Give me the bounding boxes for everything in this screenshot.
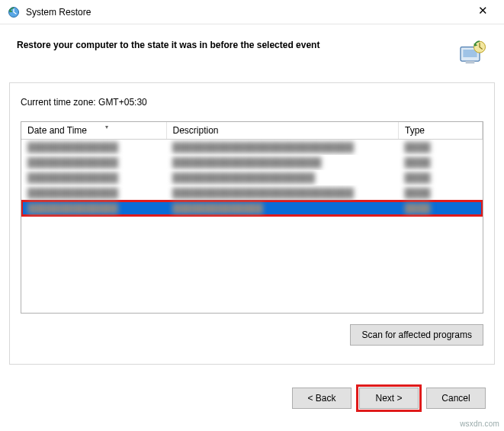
system-restore-icon <box>8 6 20 18</box>
cancel-button[interactable]: Cancel <box>426 388 486 409</box>
svg-rect-3 <box>466 61 475 63</box>
restore-points-table[interactable]: Date and Time ▾ Description Type ███████… <box>21 121 483 314</box>
wizard-footer: < Back Next > Cancel <box>0 365 504 409</box>
table-row-empty <box>21 246 483 262</box>
timezone-label: Current time zone: GMT+05:30 <box>21 97 483 108</box>
cell-datetime: ██████████████ <box>21 170 166 185</box>
cell-type: ████ <box>399 170 483 185</box>
cell-description: ███████████████████████ <box>166 155 399 170</box>
titlebar: System Restore ✕ <box>0 0 504 24</box>
restore-graphic-icon <box>457 38 487 69</box>
table-row-empty <box>21 292 483 307</box>
col-type[interactable]: Type <box>399 122 483 140</box>
back-button[interactable]: < Back <box>292 388 352 409</box>
scan-affected-button[interactable]: Scan for affected programs <box>350 324 483 346</box>
cell-type: ████ <box>399 140 483 156</box>
cell-type: ████ <box>399 185 483 201</box>
col-datetime-label: Date and Time <box>27 125 87 136</box>
cell-datetime: ██████████████ <box>21 201 166 216</box>
table-header-row: Date and Time ▾ Description Type <box>21 122 483 140</box>
cell-description: ████████████████████████████ <box>166 140 399 156</box>
content-panel: Current time zone: GMT+05:30 Date and Ti… <box>9 82 495 365</box>
cell-datetime: ██████████████ <box>21 155 166 170</box>
cell-description: ██████████████████████ <box>166 170 399 185</box>
window-title: System Restore <box>26 7 467 18</box>
table-row-empty <box>21 216 483 231</box>
table-row-empty <box>21 262 483 277</box>
table-row-empty <box>21 277 483 292</box>
col-description[interactable]: Description <box>166 122 399 140</box>
table-row[interactable]: ████████████████████████████████████████… <box>21 185 483 201</box>
cell-description: ████████████████████████████ <box>166 185 399 201</box>
cell-datetime: ██████████████ <box>21 185 166 201</box>
cell-type: ████ <box>399 155 483 170</box>
table-row-empty <box>21 231 483 246</box>
close-button[interactable]: ✕ <box>467 3 498 21</box>
scan-row: Scan for affected programs <box>21 324 483 346</box>
watermark: wsxdn.com <box>460 420 499 428</box>
table-row[interactable]: ████████████████████████████████████████ <box>21 170 483 185</box>
col-datetime[interactable]: Date and Time ▾ <box>21 122 166 140</box>
table-row[interactable]: ████████████████████████████████ <box>21 201 483 216</box>
table-row[interactable]: ████████████████████████████████████████… <box>21 140 483 156</box>
header: Restore your computer to the state it wa… <box>0 24 504 76</box>
sort-caret-icon: ▾ <box>105 124 108 130</box>
cell-datetime: ██████████████ <box>21 140 166 156</box>
cell-description: ██████████████ <box>166 201 399 216</box>
cell-type: ████ <box>399 201 483 216</box>
table-row[interactable]: ████████████████████████████████████████… <box>21 155 483 170</box>
page-heading: Restore your computer to the state it wa… <box>17 38 449 50</box>
next-button[interactable]: Next > <box>359 388 419 409</box>
